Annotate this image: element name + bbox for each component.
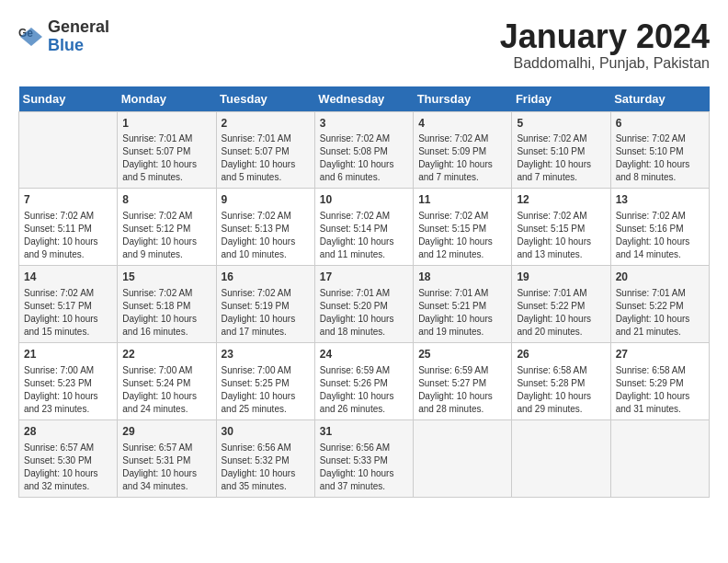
- calendar-cell: 30Sunrise: 6:56 AMSunset: 5:32 PMDayligh…: [216, 419, 314, 497]
- day-info: Sunrise: 6:57 AMSunset: 5:31 PMDaylight:…: [122, 442, 210, 493]
- day-info: Sunrise: 7:01 AMSunset: 5:22 PMDaylight:…: [517, 287, 605, 339]
- day-number: 5: [517, 116, 605, 132]
- calendar-cell: 5Sunrise: 7:02 AMSunset: 5:10 PMDaylight…: [512, 111, 610, 189]
- calendar-cell: 1Sunrise: 7:01 AMSunset: 5:07 PMDaylight…: [118, 111, 216, 189]
- header-monday: Monday: [118, 86, 216, 112]
- day-number: 7: [24, 192, 112, 208]
- day-number: 10: [320, 192, 408, 208]
- day-number: 29: [122, 424, 210, 440]
- day-info: Sunrise: 7:02 AMSunset: 5:11 PMDaylight:…: [24, 210, 112, 261]
- calendar-week-row: 1Sunrise: 7:01 AMSunset: 5:07 PMDaylight…: [19, 111, 710, 189]
- calendar-cell: 22Sunrise: 7:00 AMSunset: 5:24 PMDayligh…: [118, 342, 216, 419]
- header-saturday: Saturday: [610, 86, 709, 112]
- calendar-cell: 20Sunrise: 7:01 AMSunset: 5:22 PMDayligh…: [610, 266, 709, 343]
- calendar-cell: 12Sunrise: 7:02 AMSunset: 5:15 PMDayligh…: [512, 189, 610, 266]
- day-number: 20: [616, 270, 704, 285]
- day-info: Sunrise: 7:02 AMSunset: 5:10 PMDaylight:…: [616, 132, 704, 184]
- day-number: 21: [24, 347, 112, 362]
- calendar-cell: 9Sunrise: 7:02 AMSunset: 5:13 PMDaylight…: [216, 189, 314, 266]
- day-info: Sunrise: 6:56 AMSunset: 5:32 PMDaylight:…: [222, 442, 310, 493]
- calendar-cell: 6Sunrise: 7:02 AMSunset: 5:10 PMDaylight…: [610, 111, 709, 189]
- day-info: Sunrise: 7:00 AMSunset: 5:24 PMDaylight:…: [122, 364, 210, 416]
- day-number: 23: [222, 347, 310, 362]
- calendar-week-row: 14Sunrise: 7:02 AMSunset: 5:17 PMDayligh…: [19, 266, 710, 343]
- day-info: Sunrise: 7:02 AMSunset: 5:18 PMDaylight:…: [122, 287, 210, 339]
- day-info: Sunrise: 6:56 AMSunset: 5:33 PMDaylight:…: [320, 442, 408, 493]
- day-info: Sunrise: 7:01 AMSunset: 5:22 PMDaylight:…: [616, 287, 704, 339]
- day-info: Sunrise: 7:01 AMSunset: 5:21 PMDaylight:…: [418, 287, 506, 339]
- calendar-cell: 29Sunrise: 6:57 AMSunset: 5:31 PMDayligh…: [118, 419, 216, 497]
- day-info: Sunrise: 7:02 AMSunset: 5:08 PMDaylight:…: [320, 132, 408, 184]
- calendar-cell: 7Sunrise: 7:02 AMSunset: 5:11 PMDaylight…: [19, 189, 118, 266]
- logo-icon: Ge: [18, 24, 44, 50]
- day-number: 4: [418, 116, 506, 132]
- day-number: 12: [517, 192, 605, 208]
- day-info: Sunrise: 7:02 AMSunset: 5:17 PMDaylight:…: [24, 287, 112, 339]
- logo: Ge General Blue: [18, 18, 109, 55]
- day-number: 14: [24, 270, 112, 285]
- calendar-cell: 25Sunrise: 6:59 AMSunset: 5:27 PMDayligh…: [414, 342, 512, 419]
- day-info: Sunrise: 7:01 AMSunset: 5:07 PMDaylight:…: [222, 132, 310, 184]
- day-info: Sunrise: 7:02 AMSunset: 5:16 PMDaylight:…: [616, 210, 704, 261]
- calendar-cell: 28Sunrise: 6:57 AMSunset: 5:30 PMDayligh…: [19, 419, 118, 497]
- calendar-cell: 27Sunrise: 6:58 AMSunset: 5:29 PMDayligh…: [610, 342, 709, 419]
- day-number: 27: [616, 347, 704, 362]
- day-number: 28: [24, 424, 112, 440]
- day-number: 1: [122, 116, 210, 132]
- day-number: 8: [122, 192, 210, 208]
- day-number: 18: [418, 270, 506, 285]
- calendar-title: January 2024: [500, 18, 710, 55]
- day-number: 30: [222, 424, 310, 440]
- day-info: Sunrise: 7:02 AMSunset: 5:15 PMDaylight:…: [418, 210, 506, 261]
- title-block: January 2024 Baddomalhi, Punjab, Pakista…: [500, 18, 710, 72]
- day-number: 31: [320, 424, 408, 440]
- day-info: Sunrise: 7:01 AMSunset: 5:07 PMDaylight:…: [122, 132, 210, 184]
- header-friday: Friday: [512, 86, 610, 112]
- header-wednesday: Wednesday: [314, 86, 413, 112]
- day-number: 11: [418, 192, 506, 208]
- calendar-cell: 8Sunrise: 7:02 AMSunset: 5:12 PMDaylight…: [118, 189, 216, 266]
- day-info: Sunrise: 7:02 AMSunset: 5:19 PMDaylight:…: [222, 287, 310, 339]
- day-info: Sunrise: 6:58 AMSunset: 5:28 PMDaylight:…: [517, 364, 605, 416]
- day-number: 2: [222, 116, 310, 132]
- day-info: Sunrise: 6:58 AMSunset: 5:29 PMDaylight:…: [616, 364, 704, 416]
- calendar-cell: 2Sunrise: 7:01 AMSunset: 5:07 PMDaylight…: [216, 111, 314, 189]
- calendar-subtitle: Baddomalhi, Punjab, Pakistan: [500, 55, 710, 72]
- calendar-cell: 10Sunrise: 7:02 AMSunset: 5:14 PMDayligh…: [314, 189, 413, 266]
- calendar-cell: 18Sunrise: 7:01 AMSunset: 5:21 PMDayligh…: [414, 266, 512, 343]
- day-info: Sunrise: 7:02 AMSunset: 5:13 PMDaylight:…: [222, 210, 310, 261]
- calendar-cell: 19Sunrise: 7:01 AMSunset: 5:22 PMDayligh…: [512, 266, 610, 343]
- calendar-cell: 13Sunrise: 7:02 AMSunset: 5:16 PMDayligh…: [610, 189, 709, 266]
- logo-text-general: General Blue: [48, 18, 109, 55]
- day-number: 6: [616, 116, 704, 132]
- page-header: Ge General Blue January 2024 Baddomalhi,…: [18, 18, 710, 72]
- day-number: 25: [418, 347, 506, 362]
- day-number: 16: [222, 270, 310, 285]
- day-info: Sunrise: 6:57 AMSunset: 5:30 PMDaylight:…: [24, 442, 112, 493]
- calendar-week-row: 7Sunrise: 7:02 AMSunset: 5:11 PMDaylight…: [19, 189, 710, 266]
- calendar-week-row: 21Sunrise: 7:00 AMSunset: 5:23 PMDayligh…: [19, 342, 710, 419]
- day-info: Sunrise: 7:02 AMSunset: 5:10 PMDaylight:…: [517, 132, 605, 184]
- calendar-cell: 4Sunrise: 7:02 AMSunset: 5:09 PMDaylight…: [414, 111, 512, 189]
- calendar-cell: 15Sunrise: 7:02 AMSunset: 5:18 PMDayligh…: [118, 266, 216, 343]
- day-number: 22: [122, 347, 210, 362]
- day-number: 19: [517, 270, 605, 285]
- calendar-cell: 21Sunrise: 7:00 AMSunset: 5:23 PMDayligh…: [19, 342, 118, 419]
- calendar-cell: 17Sunrise: 7:01 AMSunset: 5:20 PMDayligh…: [314, 266, 413, 343]
- calendar-cell: 16Sunrise: 7:02 AMSunset: 5:19 PMDayligh…: [216, 266, 314, 343]
- day-number: 3: [320, 116, 408, 132]
- day-number: 13: [616, 192, 704, 208]
- calendar-cell: [19, 111, 118, 189]
- day-number: 9: [222, 192, 310, 208]
- header-sunday: Sunday: [19, 86, 118, 112]
- day-info: Sunrise: 7:02 AMSunset: 5:09 PMDaylight:…: [418, 132, 506, 184]
- calendar-week-row: 28Sunrise: 6:57 AMSunset: 5:30 PMDayligh…: [19, 419, 710, 497]
- calendar-cell: [414, 419, 512, 497]
- calendar-cell: 14Sunrise: 7:02 AMSunset: 5:17 PMDayligh…: [19, 266, 118, 343]
- calendar-header-row: SundayMondayTuesdayWednesdayThursdayFrid…: [19, 86, 710, 112]
- day-info: Sunrise: 7:02 AMSunset: 5:12 PMDaylight:…: [122, 210, 210, 261]
- calendar-cell: 3Sunrise: 7:02 AMSunset: 5:08 PMDaylight…: [314, 111, 413, 189]
- calendar-cell: 24Sunrise: 6:59 AMSunset: 5:26 PMDayligh…: [314, 342, 413, 419]
- calendar-cell: [610, 419, 709, 497]
- calendar-cell: 11Sunrise: 7:02 AMSunset: 5:15 PMDayligh…: [414, 189, 512, 266]
